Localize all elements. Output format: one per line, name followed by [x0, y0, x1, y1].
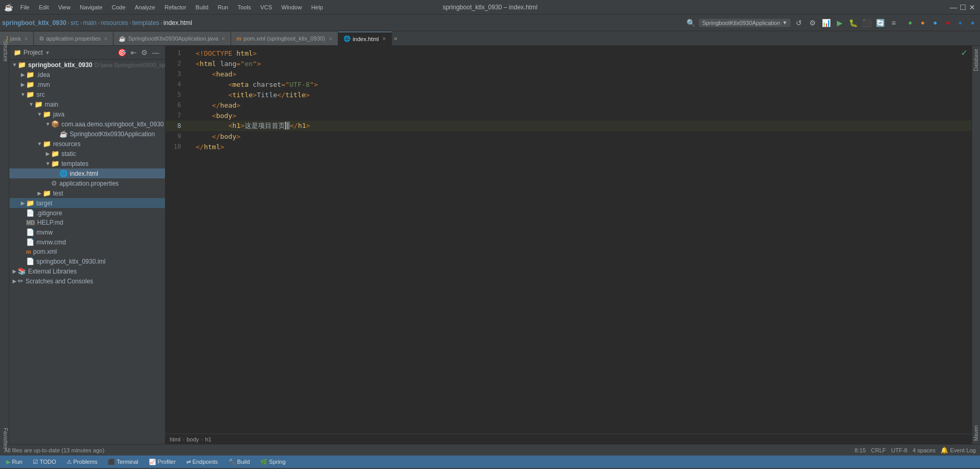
edge-icon[interactable]: ● — [968, 18, 978, 28]
tab-springboot-app[interactable]: ☕ SpringbootKtlx0930Application.java ✕ — [113, 32, 231, 45]
tab-app-properties-close[interactable]: ✕ — [104, 36, 108, 42]
todo-tool-btn[interactable]: ☑ TODO — [31, 458, 58, 466]
code-editor[interactable]: 1 <!DOCTYPE html> 2 <html lang="en"> 3 <… — [166, 46, 972, 434]
reload-button[interactable]: 🔄 — [874, 17, 886, 29]
opera-icon[interactable]: ● — [943, 18, 953, 28]
tree-item-root[interactable]: ▼ 📁 springboot_ktlx_0930 D:\java-Springb… — [9, 60, 165, 70]
tab-index-html[interactable]: 🌐 index.html ✕ — [338, 32, 392, 45]
more-button[interactable]: ≡ — [887, 17, 900, 29]
tree-item-mvnwcmd[interactable]: ▶ 📄 mvnw.cmd — [9, 237, 165, 247]
safari-icon[interactable]: ● — [930, 18, 940, 28]
tree-item-app-props[interactable]: ▶ ⚙ application.properties — [9, 178, 165, 188]
tab-app-properties[interactable]: ⚙ application.properties ✕ — [34, 32, 114, 45]
run-button[interactable]: ▶ — [833, 17, 846, 29]
add-framework-button[interactable]: ⚙ — [806, 17, 819, 29]
chrome-icon[interactable]: ● — [905, 18, 915, 28]
breadcrumb-resources[interactable]: resources — [100, 19, 128, 27]
tree-item-java[interactable]: ▼ 📁 java — [9, 109, 165, 119]
tab-springboot-app-close[interactable]: ✕ — [221, 36, 225, 42]
cursor-position[interactable]: 8:15 — [855, 447, 866, 453]
event-log-button[interactable]: 🔔 Event Log — [940, 447, 976, 454]
search-everywhere-icon[interactable]: 🔍 — [684, 17, 697, 29]
tree-item-gitignore[interactable]: ▶ 📄 .gitignore — [9, 208, 165, 218]
breadcrumb-templates[interactable]: templates — [132, 19, 159, 27]
menu-analyze[interactable]: Analyze — [131, 3, 159, 11]
tree-item-templates[interactable]: ▼ 📁 templates — [9, 159, 165, 168]
menu-refactor[interactable]: Refactor — [160, 3, 190, 11]
tree-item-target[interactable]: ▶ 📁 target — [9, 198, 165, 208]
tree-item-static[interactable]: ▶ 📁 static — [9, 149, 165, 159]
tree-item-mvnw[interactable]: ▶ 📄 mvnw — [9, 227, 165, 237]
menu-build[interactable]: Build — [192, 3, 212, 11]
minimize-button[interactable]: — — [950, 4, 957, 11]
build-tool-btn[interactable]: 🔨 Build — [226, 458, 252, 466]
tab-overflow-icon[interactable]: » — [394, 35, 398, 42]
menu-navigate[interactable]: Navigate — [75, 3, 106, 11]
menu-edit[interactable]: Edit — [35, 3, 53, 11]
project-title-arrow[interactable]: ▼ — [45, 50, 50, 56]
maximize-button[interactable]: ☐ — [959, 4, 966, 11]
breadcrumb-project[interactable]: springboot_ktlx_0930 — [2, 19, 66, 27]
tree-item-mvn[interactable]: ▶ 📁 .mvn — [9, 80, 165, 89]
structure-tool-btn[interactable]: Structure — [0, 46, 10, 56]
tree-item-springboot-app[interactable]: ▶ ☕ SpringbootKtlx0930Application — [9, 129, 165, 139]
menu-tools[interactable]: Tools — [233, 3, 255, 11]
tree-item-resources[interactable]: ▼ 📁 resources — [9, 139, 165, 149]
sidebar-settings-icon[interactable]: ⚙ — [139, 48, 149, 57]
breadcrumb-html[interactable]: html — [170, 436, 181, 442]
tree-item-idea[interactable]: ▶ 📁 .idea — [9, 70, 165, 80]
project-dropdown-icon[interactable]: 📁 — [14, 49, 21, 56]
collapse-all-icon[interactable]: ⇤ — [129, 48, 138, 57]
sidebar-close-icon[interactable]: — — [150, 48, 161, 57]
ie-icon[interactable]: ● — [955, 18, 965, 28]
refresh-button[interactable]: ↺ — [793, 17, 805, 29]
close-button[interactable]: ✕ — [969, 4, 976, 11]
tab-index-html-close[interactable]: ✕ — [382, 36, 386, 42]
menu-file[interactable]: File — [16, 3, 34, 11]
tree-item-main[interactable]: ▼ 📁 main — [9, 99, 165, 109]
line-ending[interactable]: CRLF — [871, 447, 886, 453]
profiler-tool-btn[interactable]: 📈 Profiler — [147, 458, 178, 466]
encoding[interactable]: UTF-8 — [891, 447, 907, 453]
spring-tool-btn[interactable]: 🌿 Spring — [258, 458, 288, 466]
breadcrumb-file[interactable]: index.html — [163, 19, 192, 27]
run-config-selector[interactable]: SpringbootKtlx0930Application ▼ — [699, 19, 791, 27]
tree-item-src[interactable]: ▼ 📁 src — [9, 89, 165, 99]
problems-tool-btn[interactable]: ⚠ Problems — [65, 458, 99, 466]
breadcrumb-h1[interactable]: h1 — [205, 436, 211, 442]
menu-window[interactable]: Window — [277, 3, 306, 11]
coverage-button[interactable]: 📊 — [820, 17, 832, 29]
firefox-icon[interactable]: ● — [918, 18, 928, 28]
locate-file-icon[interactable]: 🎯 — [116, 48, 128, 57]
breadcrumb-body[interactable]: body — [186, 436, 199, 442]
menu-help[interactable]: Help — [307, 3, 327, 11]
tab-java-close[interactable]: ✕ — [24, 36, 28, 42]
menu-view[interactable]: View — [54, 3, 75, 11]
tree-item-pomxml[interactable]: ▶ m pom.xml — [9, 247, 165, 256]
tree-item-index-html[interactable]: ▶ 🌐 index.html — [9, 168, 165, 178]
tree-item-ext-libs[interactable]: ▶ 📚 External Libraries — [9, 266, 165, 276]
breadcrumb-src[interactable]: src — [70, 19, 79, 27]
tree-arrow-mvn: ▶ — [20, 82, 26, 87]
tree-item-iml[interactable]: ▶ 📄 springboot_ktlx_0930.iml — [9, 256, 165, 266]
debug-button[interactable]: 🐛 — [847, 17, 859, 29]
favorites-tool-btn[interactable]: Favorites — [0, 434, 10, 444]
tree-item-scratches[interactable]: ▶ ✏ Scratches and Consoles — [9, 276, 165, 286]
tree-item-com-aaa[interactable]: ▼ 📦 com.aaa.demo.springboot_ktlx_0930 — [9, 119, 165, 129]
tree-item-test[interactable]: ▶ 📁 test — [9, 188, 165, 198]
database-panel-button[interactable]: Database — [972, 46, 980, 74]
tree-item-helpmd[interactable]: ▶ MD HELP.md — [9, 218, 165, 227]
maven-panel-button[interactable]: Maven — [972, 422, 980, 444]
tab-pom-xml-close[interactable]: ✕ — [328, 36, 333, 42]
menu-code[interactable]: Code — [108, 3, 130, 11]
menu-vcs[interactable]: VCS — [256, 3, 276, 11]
menu-run[interactable]: Run — [213, 3, 232, 11]
tab-pom-xml[interactable]: m pom.xml (springboot_ktlx_0930) ✕ — [231, 32, 338, 45]
endpoints-tool-btn[interactable]: ⇌ Endpoints — [184, 458, 220, 466]
stop-button[interactable]: ⬛ — [860, 17, 873, 29]
terminal-tool-btn[interactable]: ⬛ Terminal — [106, 458, 141, 466]
run-tool-btn[interactable]: ▶ Run — [4, 458, 24, 466]
breadcrumb-main[interactable]: main — [83, 19, 96, 27]
indent-info[interactable]: 4 spaces — [912, 447, 935, 453]
statusbar-left: All files are up-to-date (13 minutes ago… — [4, 447, 105, 453]
